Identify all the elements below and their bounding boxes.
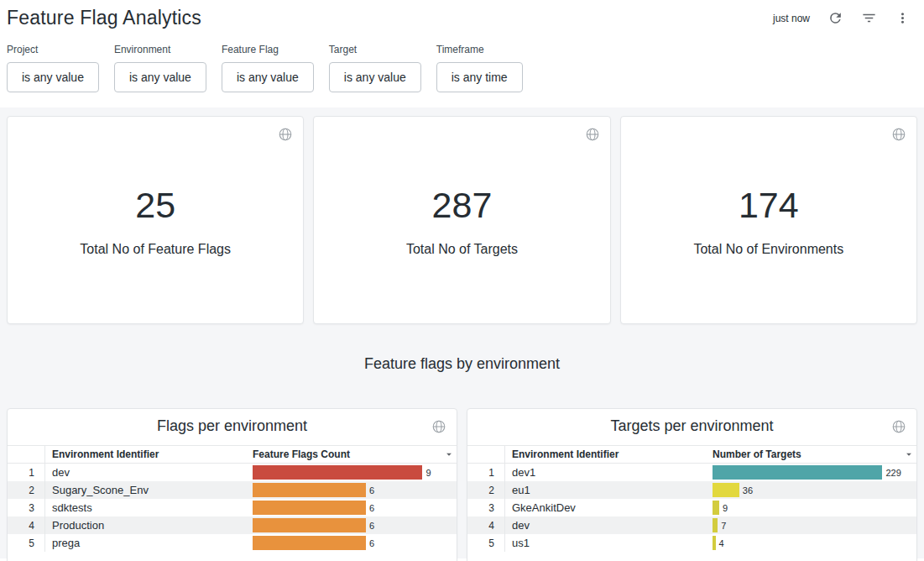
refresh-icon (827, 10, 843, 26)
table-row[interactable]: 3GkeAnkitDev9 (467, 499, 916, 516)
filter-feature-flag: Feature Flag is any value (222, 44, 314, 92)
table-header: Environment Identifier Number of Targets (467, 445, 916, 464)
filter-environment: Environment is any value (114, 44, 206, 92)
environment-name: us1 (505, 537, 713, 549)
row-index: 3 (8, 499, 45, 516)
column-header-environment[interactable]: Environment Identifier (45, 448, 253, 460)
value-bar[interactable] (713, 501, 719, 515)
globe-icon[interactable] (278, 127, 293, 142)
table-row[interactable]: 3sdktests6 (8, 499, 457, 516)
index-column-header (8, 446, 45, 463)
bar-value-label: 7 (721, 521, 726, 531)
more-menu-button[interactable] (889, 5, 916, 32)
filter-value-button[interactable]: is any value (329, 62, 421, 92)
kpi-label: Total No of Environments (693, 242, 843, 257)
value-bar[interactable] (713, 465, 882, 480)
table-row[interactable]: 2Sugary_Scone_Env6 (8, 481, 457, 499)
filter-value-button[interactable]: is any value (114, 62, 206, 92)
globe-icon[interactable] (891, 127, 906, 142)
row-index: 1 (8, 464, 45, 481)
bar-value-label: 229 (885, 468, 901, 478)
row-index: 5 (467, 534, 505, 552)
table-row[interactable]: 1dev9 (8, 464, 457, 481)
filter-value-button[interactable]: is any time (436, 62, 523, 92)
filter-label: Timeframe (436, 44, 523, 55)
column-header-value[interactable]: Number of Targets (713, 446, 916, 463)
bar-value-label: 36 (743, 485, 753, 495)
bar-cell: 9 (253, 464, 457, 481)
filter-value-button[interactable]: is any value (222, 62, 314, 92)
value-bar[interactable] (253, 536, 366, 550)
bar-cell: 9 (713, 499, 916, 516)
bar-cell: 6 (253, 481, 457, 499)
dashboard-filters-button[interactable] (855, 5, 882, 32)
page-title: Feature Flag Analytics (7, 7, 201, 29)
environment-name: Production (45, 519, 253, 532)
last-updated-text: just now (773, 13, 810, 24)
value-bar[interactable] (713, 483, 739, 497)
kpi-card-targets: 287 Total No of Targets (313, 116, 610, 324)
index-column-header (467, 446, 505, 463)
globe-icon[interactable] (585, 127, 600, 142)
table-row[interactable]: 5us14 (467, 534, 916, 552)
kpi-card-feature-flags: 25 Total No of Feature Flags (7, 116, 304, 324)
row-index: 2 (8, 481, 45, 499)
kpi-label: Total No of Targets (406, 242, 518, 257)
table-row[interactable]: 4Production6 (8, 516, 457, 534)
bar-value-label: 9 (425, 468, 431, 478)
globe-icon[interactable] (431, 419, 446, 434)
table-row[interactable]: 4dev7 (467, 516, 916, 534)
chevron-down-icon[interactable] (903, 448, 915, 460)
value-bar[interactable] (253, 483, 366, 497)
kpi-value: 25 (135, 187, 175, 223)
table-row[interactable]: 5prega6 (8, 534, 457, 552)
environment-name: GkeAnkitDev (505, 501, 713, 514)
filter-value-button[interactable]: is any value (7, 62, 99, 92)
column-header-label: Number of Targets (713, 448, 801, 460)
column-header-label: Feature Flags Count (253, 448, 350, 460)
value-bar[interactable] (713, 518, 718, 532)
filter-label: Project (7, 44, 99, 55)
dashboard-page: Feature Flag Analytics just now Proje (0, 0, 924, 561)
value-bar[interactable] (253, 518, 366, 532)
environment-name: Sugary_Scone_Env (45, 484, 253, 496)
value-bar[interactable] (713, 536, 716, 550)
bar-cell: 6 (253, 499, 457, 516)
bar-value-label: 4 (719, 538, 724, 548)
environment-name: dev (505, 519, 713, 532)
environment-name: dev1 (505, 466, 713, 479)
filter-target: Target is any value (329, 44, 421, 92)
filter-icon (861, 10, 877, 26)
table-row[interactable]: 2eu136 (467, 481, 916, 499)
filter-timeframe: Timeframe is any time (436, 44, 523, 92)
environment-name: prega (45, 537, 253, 549)
topbar-actions: just now (773, 5, 916, 32)
table-title: Flags per environment (8, 417, 457, 435)
topbar: Feature Flag Analytics just now (0, 0, 924, 34)
table-row[interactable]: 1dev1229 (467, 464, 916, 481)
bar-cell: 229 (713, 464, 916, 481)
refresh-button[interactable] (822, 5, 848, 32)
column-header-value[interactable]: Feature Flags Count (253, 446, 457, 463)
bar-value-label: 9 (723, 503, 728, 513)
tables-row: Flags per environment Environment Identi… (7, 408, 917, 561)
environment-name: sdktests (45, 501, 253, 514)
kpi-value: 287 (432, 187, 493, 223)
dashboard-body: 25 Total No of Feature Flags 287 Total N… (0, 107, 924, 558)
table-card-targets-per-environment: Targets per environment Environment Iden… (467, 408, 917, 561)
kpi-row: 25 Total No of Feature Flags 287 Total N… (7, 116, 917, 324)
kpi-label: Total No of Feature Flags (80, 242, 231, 257)
table-body: 1dev12292eu1363GkeAnkitDev94dev75us14 (467, 464, 916, 552)
table-header: Environment Identifier Feature Flags Cou… (8, 445, 457, 464)
table-card-flags-per-environment: Flags per environment Environment Identi… (7, 408, 457, 561)
bar-value-label: 6 (369, 503, 374, 513)
value-bar[interactable] (253, 465, 422, 480)
chevron-down-icon[interactable] (443, 448, 455, 460)
column-header-environment[interactable]: Environment Identifier (505, 448, 713, 460)
globe-icon[interactable] (891, 419, 906, 434)
filter-label: Target (329, 44, 421, 55)
filter-project: Project is any value (7, 44, 99, 92)
value-bar[interactable] (253, 501, 366, 515)
bar-cell: 6 (253, 516, 457, 534)
row-index: 5 (8, 534, 45, 552)
